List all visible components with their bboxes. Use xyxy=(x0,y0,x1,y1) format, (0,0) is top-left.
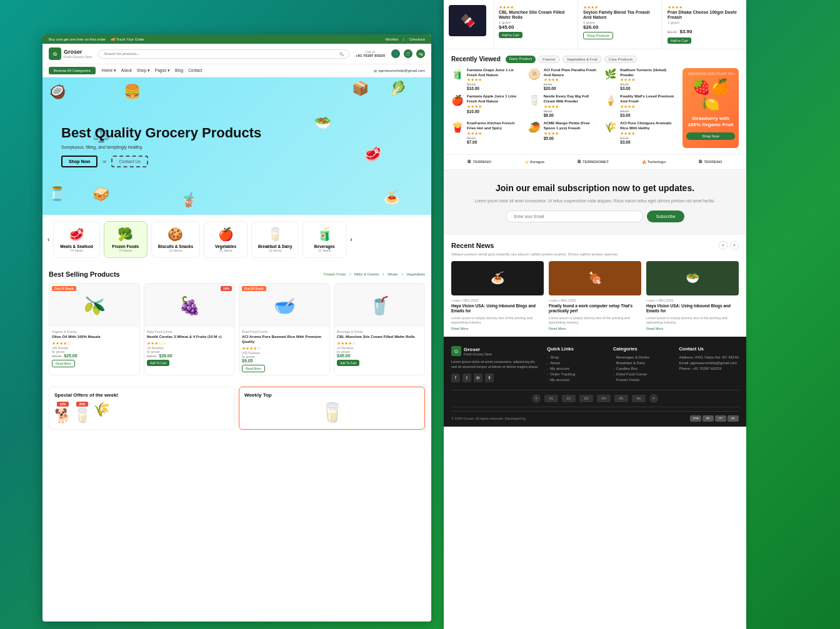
search-input[interactable] xyxy=(104,52,339,56)
shop-now-btn[interactable]: Shop Now xyxy=(61,156,98,167)
news-card-1: 🍝 • care • 08/1.2022 Haya Vision USA: Us… xyxy=(451,261,544,330)
nav-contact[interactable]: Contact xyxy=(188,68,202,73)
browse-all-btn[interactable]: Browse All Categories xyxy=(49,67,96,74)
nav-email: ✉ pgmseurovhelp@gmail.com xyxy=(374,69,425,73)
footer-cat-beverages[interactable]: › Beverages & Drinks xyxy=(613,355,673,359)
rv-tab-care[interactable]: Care Products xyxy=(604,56,637,63)
footer-link-myaccount[interactable]: › My account xyxy=(547,367,607,370)
user-icon[interactable]: 👤 xyxy=(391,49,400,58)
add-to-cart-btn-4[interactable]: Add To Cart xyxy=(337,360,359,366)
product-pricing-2: $39.00 $28.00 xyxy=(147,354,232,358)
social-facebook[interactable]: f xyxy=(451,374,460,382)
filter-milks[interactable]: Milks & Dairies xyxy=(354,272,379,276)
best-selling-grid: Out Of Stock 🫒 Organic & Snacks Olive Oi… xyxy=(49,283,425,375)
footer-bottom: © 2024 Groser. All rights reserved. Deve… xyxy=(451,411,739,422)
bottom-grid: Special Offers of the week! 10% 🐕 20% 🥛 … xyxy=(42,382,431,435)
offer-badge-1: 10% xyxy=(57,402,68,407)
search-bar[interactable]: 🔍 xyxy=(98,49,349,59)
nav-email-address: pgmseurovhelp@gmail.com xyxy=(379,69,425,72)
payment-paypal: PP xyxy=(715,415,726,422)
rv-item-5: 🥛 Nestle Every Day Big Full Cream Milk P… xyxy=(528,94,601,117)
news-grid: 🍝 • care • 08/1.2022 Haya Vision USA: Us… xyxy=(451,261,739,330)
filter-fresh-fruits[interactable]: Freash Fruits xyxy=(324,272,346,276)
checkout-link[interactable]: Checkout xyxy=(409,37,425,41)
footer-cat-candles[interactable]: › Candles Box xyxy=(613,367,673,370)
cat-biscuits[interactable]: 🍪 Biscuits & Snacks 21 Items xyxy=(151,221,200,258)
payment-icons: VISA MC PP AX xyxy=(690,415,739,422)
rv-item-2: 🫓 ACI Food Plam Paratha Fresh And Nature… xyxy=(528,68,601,91)
news-card-2: 🍖 • care • 08/1.2022 Finally found a wor… xyxy=(549,261,641,330)
top-bar-left: Buy one get one free on first order 🚚 Tr… xyxy=(49,37,144,41)
nav-shop[interactable]: Shop ▾ xyxy=(137,68,150,73)
wishlist-link[interactable]: Wishlist xyxy=(385,37,398,41)
email-input[interactable] xyxy=(506,210,643,222)
footer-contact-title: Contact Us xyxy=(679,346,739,352)
cat-meats[interactable]: 🥩 Meats & Seafood 74 Items xyxy=(53,221,99,258)
footer-cat-dried[interactable]: › Dried Food Corner xyxy=(613,372,673,376)
rv-tab-vegetables[interactable]: Vegetables & Fruit xyxy=(562,56,602,63)
nav-blog[interactable]: Blog xyxy=(175,68,183,73)
filter-meats[interactable]: Meats xyxy=(388,272,398,276)
bag-icon[interactable]: 🛍 xyxy=(416,49,425,58)
footer-link-myaccount2[interactable]: › My account xyxy=(547,378,607,382)
special-offers-products: 10% 🐕 20% 🥛 🌾 xyxy=(54,402,229,424)
search-icon[interactable]: 🔍 xyxy=(339,52,344,56)
cat-breakfast[interactable]: 🥛 Breakfast & Dairy 12 Items xyxy=(251,221,299,258)
cat-beverages[interactable]: 🧃 Beverages 11 Items xyxy=(302,221,346,258)
news-cat-3: • care • 08/1.2022 xyxy=(646,299,739,302)
hero-subtitle: Sumptuous, filling, and temptingly healt… xyxy=(61,145,261,149)
news-prev-arrow[interactable]: ‹ xyxy=(719,241,728,250)
social-linkedin[interactable]: li xyxy=(485,374,494,382)
news-read-2[interactable]: Read More xyxy=(549,327,641,330)
footer-cat-frozen[interactable]: › Frozen Foods xyxy=(613,378,673,382)
news-next-arrow[interactable]: › xyxy=(730,241,739,250)
special-offers-title: Special Offers of the week! xyxy=(54,392,229,398)
social-instagram[interactable]: in xyxy=(474,374,482,382)
read-more-btn-3[interactable]: Read More xyxy=(242,365,265,372)
shop-products-strip-2[interactable]: Shop Products xyxy=(583,32,613,39)
filter-veg[interactable]: Vegetables xyxy=(406,272,425,276)
rv-tab-dairy[interactable]: Dairy Product xyxy=(506,56,536,63)
contact-btn[interactable]: Contact Us xyxy=(111,156,148,167)
news-read-1[interactable]: Read More xyxy=(451,327,544,330)
rv-info-3: Radhuni Turmeric (Holud) Powder ★★★★ $6.… xyxy=(620,68,678,91)
rv-img-9: 🌾 xyxy=(604,121,617,133)
strip-name-3: Pran Dhaka Cheese 100gm Dashi Freash xyxy=(668,10,741,21)
logo[interactable]: G Groser Fresh Grocery Store xyxy=(49,47,92,60)
promo-shop-btn[interactable]: Shop Now xyxy=(686,132,735,140)
footer-link-about[interactable]: › About xyxy=(547,361,607,365)
footer-link-tracking[interactable]: › Order Tracking xyxy=(547,372,607,376)
promo-title: Strawberry with 100% Organic Fruit xyxy=(686,116,735,129)
add-to-cart-strip-1[interactable]: Add to Cart xyxy=(499,32,522,38)
nav-about[interactable]: About xyxy=(121,68,132,73)
add-to-cart-strip-3[interactable]: Add to Cart xyxy=(668,37,691,44)
cat-frozen[interactable]: 🥦 Frozen Foods 74 Items xyxy=(104,221,148,258)
partner-next[interactable]: › xyxy=(649,394,658,403)
read-more-btn-1[interactable]: Read More xyxy=(52,360,75,367)
rv-img-8: 🥭 xyxy=(528,121,541,133)
offer-product-1: 10% 🐕 xyxy=(54,402,71,424)
nav-pages[interactable]: Pages ▾ xyxy=(155,68,170,73)
cat-veg[interactable]: 🍎 Vegetables 31 Items xyxy=(204,221,248,258)
footer-link-shop[interactable]: › Shop xyxy=(547,355,607,359)
cat-prev-arrow[interactable]: ‹ xyxy=(48,236,49,243)
footer-cat-breakfast[interactable]: › Breakfast & Dairy xyxy=(613,361,673,365)
add-to-cart-btn-2[interactable]: Add To Cart xyxy=(147,360,169,366)
cart-icon[interactable]: 🛒 xyxy=(404,49,412,58)
rv-img-5: 🥛 xyxy=(528,94,541,106)
rv-item-3: 🌿 Radhuni Turmeric (Holud) Powder ★★★★ $… xyxy=(604,68,678,91)
cat-next-arrow[interactable]: › xyxy=(350,236,352,243)
subscribe-btn[interactable]: Subscribe xyxy=(647,210,684,222)
track-order[interactable]: 🚚 Track Your Order xyxy=(111,37,144,41)
email-form: Subscribe xyxy=(451,210,739,222)
promo-banner-inner: WEEKEND DISCOUNT 5% 🍓🍊🍋 Strawberry with … xyxy=(682,68,739,148)
news-title-3: Haya Vision USA: Using Inbound Blogs and… xyxy=(646,304,739,314)
rv-tab-freezer[interactable]: Freezer xyxy=(538,56,560,63)
categories-scroll: ‹ 🥩 Meats & Seafood 74 Items 🥦 Frozen Fo… xyxy=(48,221,426,258)
news-read-3[interactable]: Read More xyxy=(646,327,739,330)
nav-home[interactable]: Home ▾ xyxy=(102,68,116,73)
rv-img-1: 🧃 xyxy=(451,68,464,80)
social-twitter[interactable]: t xyxy=(462,374,471,382)
partner-prev[interactable]: ‹ xyxy=(532,394,541,403)
footer-quick-links: Quick Links › Shop › About › My account … xyxy=(547,346,607,382)
